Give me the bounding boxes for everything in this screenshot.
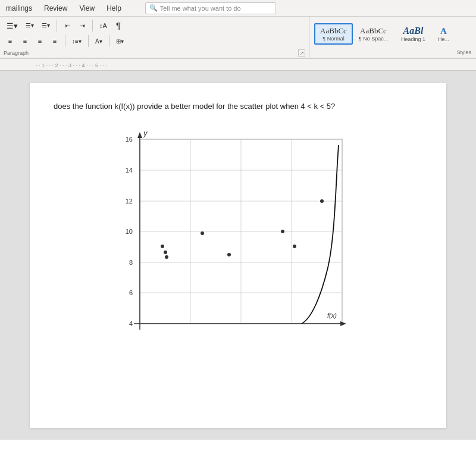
ruler: · · 1 · · · 2 · · · 3 · · · 4 · · · 5 · …: [0, 59, 476, 71]
style-normal-label: ¶ Normal: [322, 36, 344, 42]
svg-marker-16: [340, 321, 346, 326]
svg-point-28: [201, 231, 204, 235]
sep3: [65, 35, 65, 47]
svg-text:10: 10: [126, 228, 133, 235]
paragraph-group: ☰▾ ☰▾ ☰▾ ⇤ ⇥ ↕A ¶ ≡ ≡ ≡ ≡ ↕≡▾ A▾ ⊞▾ Para…: [0, 17, 309, 58]
svg-text:14: 14: [126, 167, 133, 174]
style-no-spacing[interactable]: AaBbCc ¶ No Spac...: [354, 24, 393, 44]
decrease-indent-btn[interactable]: ⇤: [61, 19, 74, 32]
menu-help[interactable]: Help: [107, 4, 121, 12]
svg-text:12: 12: [126, 198, 133, 205]
line-spacing-btn[interactable]: ↕≡▾: [69, 35, 84, 48]
toolbar-row-2: ≡ ≡ ≡ ≡ ↕≡▾ A▾ ⊞▾: [4, 33, 305, 49]
sep5: [109, 35, 109, 47]
svg-point-30: [281, 230, 284, 233]
paragraph-group-label: Paragraph: [4, 50, 29, 56]
svg-point-32: [320, 199, 324, 203]
style-heading2[interactable]: A He...: [434, 24, 453, 45]
style-no-spacing-label: ¶ No Spac...: [359, 36, 388, 42]
svg-point-29: [227, 253, 231, 256]
document-area: does the function k(f(x)) provide a bett…: [0, 71, 476, 440]
svg-marker-14: [137, 132, 142, 138]
svg-text:8: 8: [129, 259, 133, 266]
menu-mailings[interactable]: mailings: [6, 4, 32, 12]
list-bullets-btn[interactable]: ☰▾: [4, 19, 21, 32]
menu-view[interactable]: View: [79, 4, 95, 12]
graph-container: 4 6 8 10 12 14 16 y: [110, 127, 366, 353]
document-page: does the function k(f(x)) provide a bett…: [30, 83, 446, 428]
sep4: [88, 35, 89, 47]
style-no-spacing-preview: AaBbCc: [360, 26, 387, 36]
svg-text:f(x): f(x): [327, 312, 337, 319]
style-heading1[interactable]: AaBl Heading 1: [394, 23, 433, 45]
justify-btn[interactable]: ≡: [48, 35, 61, 48]
svg-text:6: 6: [129, 289, 133, 296]
search-icon: 🔍: [149, 4, 158, 12]
paragraph-dialog-btn[interactable]: ↗: [298, 49, 305, 57]
svg-text:y: y: [143, 129, 148, 137]
graph-svg: 4 6 8 10 12 14 16 y: [110, 127, 366, 353]
align-center-btn[interactable]: ≡: [18, 35, 32, 48]
search-placeholder: Tell me what you want to do: [160, 5, 241, 12]
list-style-btn[interactable]: ☰▾: [23, 19, 37, 32]
menu-review[interactable]: Review: [44, 4, 67, 12]
svg-point-31: [293, 245, 296, 248]
svg-text:·  ·  1  ·  ·  ·  2  ·  ·  ·  : · · 1 · · · 2 · · · 3 · · · 4 · · · 5 · …: [36, 62, 107, 68]
toolbar-row-1: ☰▾ ☰▾ ☰▾ ⇤ ⇥ ↕A ¶: [4, 18, 305, 33]
show-formatting-btn[interactable]: ¶: [112, 19, 125, 32]
styles-label-row: Styles: [314, 49, 471, 55]
style-heading1-label: Heading 1: [401, 36, 425, 42]
style-normal[interactable]: AaBbCc ¶ Normal: [314, 23, 353, 45]
style-heading1-preview: AaBl: [403, 26, 424, 36]
ribbon: ☰▾ ☰▾ ☰▾ ⇤ ⇥ ↕A ¶ ≡ ≡ ≡ ≡ ↕≡▾ A▾ ⊞▾ Para…: [0, 17, 476, 59]
svg-point-25: [161, 245, 164, 248]
search-bar[interactable]: 🔍 Tell me what you want to do: [145, 2, 276, 14]
style-normal-preview: AaBbCc: [320, 26, 347, 36]
sort-btn[interactable]: ↕A: [96, 19, 110, 32]
shading-btn[interactable]: A▾: [92, 35, 105, 48]
align-left-btn[interactable]: ≡: [4, 35, 17, 48]
menu-bar: mailings Review View Help 🔍 Tell me what…: [0, 0, 476, 17]
sep1: [57, 20, 57, 32]
svg-point-26: [164, 250, 167, 254]
svg-text:16: 16: [126, 136, 133, 143]
increase-indent-btn[interactable]: ⇥: [76, 19, 89, 32]
ruler-svg: · · 1 · · · 2 · · · 3 · · · 4 · · · 5 · …: [0, 59, 476, 71]
style-heading2-label: He...: [438, 36, 449, 42]
styles-panel: AaBbCc ¶ Normal AaBbCc ¶ No Spac... AaBl…: [309, 17, 476, 58]
borders-btn[interactable]: ⊞▾: [113, 35, 127, 48]
outline-btn[interactable]: ☰▾: [39, 19, 53, 32]
style-heading2-preview: A: [440, 26, 447, 36]
paragraph-label-row: Paragraph ↗: [4, 49, 305, 57]
styles-group-label: Styles: [456, 49, 471, 55]
styles-items: AaBbCc ¶ Normal AaBbCc ¶ No Spac... AaBl…: [314, 19, 471, 49]
question-text: does the function k(f(x)) provide a bett…: [54, 101, 422, 113]
sep2: [92, 20, 93, 32]
svg-point-27: [165, 255, 168, 259]
align-right-btn[interactable]: ≡: [33, 35, 46, 48]
svg-text:4: 4: [129, 320, 133, 327]
